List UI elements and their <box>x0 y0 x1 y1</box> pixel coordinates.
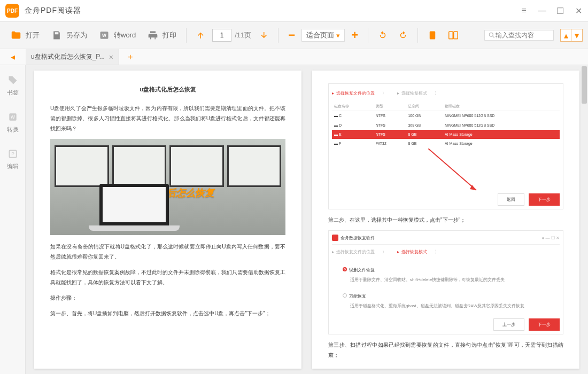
search-prev-button[interactable]: ▴ <box>561 29 571 41</box>
tab-close-button[interactable]: × <box>109 53 113 61</box>
tag-icon <box>7 75 18 85</box>
open-label: 打开 <box>26 30 40 40</box>
main-area: 书签 W 转换 P 编辑 u盘格式化后怎么恢复 U盘使用久了会产生很多临时垃圾文… <box>0 65 588 374</box>
hero-image: U盘格式化后怎么恢复 <box>50 139 285 235</box>
save-as-label: 另存为 <box>66 30 87 40</box>
sidebar-edit[interactable]: P 编辑 <box>7 149 19 170</box>
svg-text:P: P <box>11 151 14 157</box>
zoom-label: 适合页面 <box>306 30 334 40</box>
word-icon: W <box>98 29 111 42</box>
doc-title: u盘格式化后怎么恢复 <box>50 84 285 95</box>
search-icon <box>488 32 496 39</box>
prev-page-button[interactable] <box>192 28 210 42</box>
search-next-button[interactable]: ▾ <box>571 29 582 41</box>
sidebar-convert[interactable]: W 转换 <box>7 112 19 134</box>
search-nav: ▴ ▾ <box>560 29 583 42</box>
svg-rect-6 <box>449 32 453 39</box>
svg-point-8 <box>489 33 493 36</box>
edit-icon: P <box>7 149 18 159</box>
page-2: ▸选择恢复文件的位置〉 ▸选择恢复模式〉 磁盘名称类型总空间物理磁盘▬ CNTF… <box>312 71 579 369</box>
tab-bar: ◂ u盘格式化后怎么恢复_P... × + <box>0 49 588 65</box>
print-button[interactable]: 打印 <box>142 27 181 44</box>
document-tab[interactable]: u盘格式化后怎么恢复_P... × <box>26 49 119 65</box>
zoom-out-button[interactable]: − <box>284 26 299 44</box>
svg-text:W: W <box>102 33 106 38</box>
vertical-scrollbar[interactable] <box>581 65 588 374</box>
page-total-label: /11页 <box>235 30 251 40</box>
embedded-screenshot-1: ▸选择恢复文件的位置〉 ▸选择恢复模式〉 磁盘名称类型总空间物理磁盘▬ CNTF… <box>328 83 563 209</box>
collapse-sidebar-button[interactable]: ◂ <box>0 49 26 65</box>
close-button[interactable]: ✕ <box>574 6 583 15</box>
rotate-ccw-button[interactable] <box>374 28 392 42</box>
search-box[interactable] <box>484 30 554 41</box>
rotate-cw-button[interactable] <box>394 28 412 42</box>
print-label: 打印 <box>163 30 176 40</box>
page-number-input[interactable] <box>212 29 231 42</box>
app-title: 金舟PDF阅读器 <box>25 6 81 15</box>
scroll-thumb[interactable] <box>582 66 587 104</box>
app-logo: PDF <box>5 4 19 18</box>
svg-line-9 <box>493 36 494 38</box>
open-button[interactable]: 打开 <box>5 27 44 44</box>
to-word-label: 转word <box>114 30 136 40</box>
sidebar: 书签 W 转换 P 编辑 <box>0 65 26 374</box>
maximize-button[interactable]: ☐ <box>556 6 564 15</box>
svg-line-14 <box>428 149 476 190</box>
convert-icon: W <box>7 112 18 122</box>
sidebar-bookmark[interactable]: 书签 <box>7 75 19 97</box>
new-tab-button[interactable]: + <box>122 52 138 62</box>
document-viewport[interactable]: u盘格式化后怎么恢复 U盘使用久了会产生很多临时垃圾文件，因为内存有限，所以我们… <box>26 65 588 374</box>
search-input[interactable] <box>496 32 549 39</box>
single-page-view-button[interactable] <box>423 28 442 42</box>
double-page-view-button[interactable] <box>444 28 463 42</box>
zoom-in-button[interactable]: + <box>347 26 362 44</box>
hamburger-icon[interactable]: ≡ <box>520 6 528 15</box>
svg-rect-2 <box>430 32 435 39</box>
to-word-button[interactable]: W 转word <box>94 27 140 44</box>
save-icon <box>50 29 63 42</box>
tab-label: u盘格式化后怎么恢复_P... <box>31 52 105 61</box>
next-page-button[interactable] <box>254 28 273 42</box>
save-as-button[interactable]: 另存为 <box>46 27 91 44</box>
zoom-select[interactable]: 适合页面 ▾ <box>301 29 345 42</box>
svg-text:W: W <box>11 114 15 120</box>
embedded-screenshot-2: 金舟数据恢复软件● — ☐ ✕ ▸选择恢复文件的位置〉 ▸选择恢复模式〉 误删文… <box>328 230 563 334</box>
folder-icon <box>10 29 22 42</box>
main-toolbar: 打开 另存为 W 转word 打印 /11页 − 适合页面 ▾ + ▴ ▾ <box>0 21 588 49</box>
print-icon <box>146 29 159 42</box>
svg-rect-7 <box>454 32 458 39</box>
chevron-down-icon: ▾ <box>336 32 340 40</box>
page-1: u盘格式化后怎么恢复 U盘使用久了会产生很多临时垃圾文件，因为内存有限，所以我们… <box>34 71 301 369</box>
title-bar: PDF 金舟PDF阅读器 ≡ — ☐ ✕ <box>0 0 588 21</box>
minimize-button[interactable]: — <box>538 6 546 15</box>
